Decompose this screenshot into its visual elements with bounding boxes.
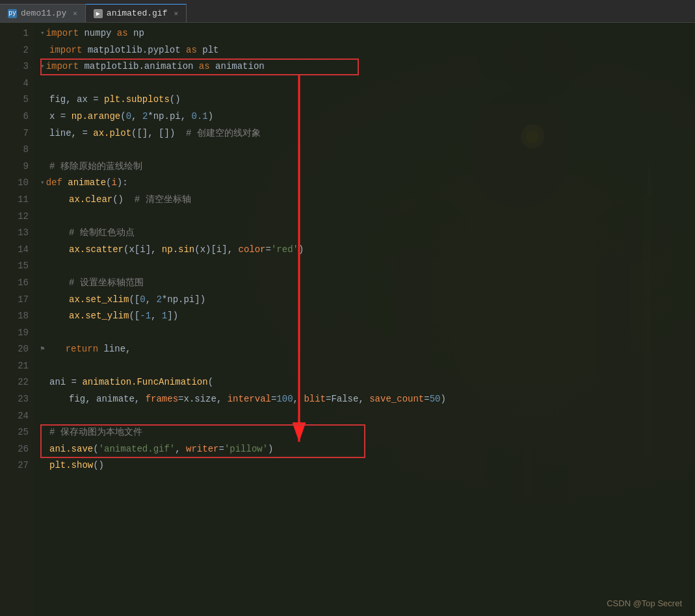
token-10: i bbox=[111, 175, 116, 192]
code-line-5: fig, ax = plt.subplots() bbox=[40, 92, 695, 109]
token-26: , bbox=[175, 441, 186, 458]
token-5: plt.subplots bbox=[104, 92, 170, 109]
watermark: CSDN @Top Secret bbox=[607, 598, 682, 608]
token-23: blit bbox=[304, 391, 326, 408]
token-10: ( bbox=[106, 175, 111, 192]
token-18: ]) bbox=[167, 308, 178, 325]
token-17: *np.pi bbox=[162, 292, 194, 309]
code-line-11: ax.clear() # 清空坐标轴 bbox=[40, 192, 695, 209]
token-26: 'pillow' bbox=[224, 441, 268, 458]
token-17: , bbox=[146, 292, 157, 309]
token-23: = bbox=[326, 391, 331, 408]
token-13: # 绘制红色动点 bbox=[69, 225, 135, 242]
tab-bar: py demo11.py ✕ ▶ animated.gif ✕ bbox=[0, 0, 695, 23]
token-3: import bbox=[46, 58, 85, 75]
token-11: ax.clear bbox=[69, 192, 112, 209]
token-26: ani.save bbox=[49, 441, 93, 458]
token-7: ([] bbox=[131, 125, 148, 142]
code-line-8 bbox=[40, 142, 695, 159]
token-10: ): bbox=[117, 175, 128, 192]
code-line-2: import matplotlib.pyplot as plt bbox=[40, 42, 695, 59]
token-23: , bbox=[216, 391, 228, 408]
line-numbers: 1234567891011121314151617181920212223242… bbox=[0, 23, 34, 616]
fold-icon-10[interactable]: ▾ bbox=[40, 175, 45, 192]
token-7: = bbox=[82, 125, 93, 142]
token-6: , bbox=[131, 109, 142, 125]
token-14: , bbox=[228, 242, 239, 259]
token-1: as bbox=[111, 25, 133, 42]
token-9: # 移除原始的蓝线绘制 bbox=[49, 159, 142, 175]
token-11: () bbox=[112, 192, 124, 209]
token-1: np bbox=[133, 25, 144, 42]
code-line-15 bbox=[40, 258, 695, 275]
code-line-21 bbox=[40, 358, 695, 375]
code-line-19 bbox=[40, 325, 695, 342]
code-line-3: ▾import matplotlib.animation as animatio… bbox=[40, 58, 695, 75]
token-22: ( bbox=[208, 374, 213, 391]
code-area: 1234567891011121314151617181920212223242… bbox=[0, 23, 695, 616]
token-23: 50 bbox=[430, 391, 441, 408]
token-16: # 设置坐标轴范围 bbox=[69, 275, 144, 292]
token-22: ani bbox=[49, 374, 72, 391]
token-27: plt.show bbox=[49, 457, 93, 474]
token-6: ) bbox=[208, 109, 213, 125]
token-6: 0.1 bbox=[192, 109, 208, 125]
editor-container: py demo11.py ✕ ▶ animated.gif ✕ 12345678… bbox=[0, 0, 695, 616]
token-23: = bbox=[424, 391, 429, 408]
token-1: import bbox=[46, 25, 85, 42]
token-11: # 清空坐标轴 bbox=[124, 192, 191, 209]
token-20: line, bbox=[103, 341, 131, 358]
token-3: animation bbox=[215, 58, 265, 75]
code-line-1: ▾import numpy as np bbox=[40, 25, 695, 42]
token-14: , bbox=[151, 242, 162, 259]
code-line-14: ax.scatter(x[i], np.sin(x)[i], color='re… bbox=[40, 242, 695, 259]
code-line-20: ⚑ return line, bbox=[40, 341, 695, 358]
token-6: np.arange bbox=[72, 109, 121, 125]
tab-animated-gif[interactable]: ▶ animated.gif ✕ bbox=[86, 4, 187, 22]
tab-icon-py: py bbox=[8, 9, 17, 18]
token-23: = bbox=[178, 391, 183, 408]
token-18: 1 bbox=[162, 308, 167, 325]
token-18: ax.set_ylim bbox=[69, 308, 129, 325]
code-line-26: ani.save('animated.gif', writer='pillow'… bbox=[40, 441, 695, 458]
token-7: []) bbox=[159, 125, 175, 142]
tab-close-demo11[interactable]: ✕ bbox=[73, 9, 77, 18]
token-14: ) bbox=[298, 242, 304, 259]
token-26: = bbox=[218, 441, 224, 458]
token-23: fig bbox=[69, 391, 85, 408]
token-17: ]) bbox=[194, 292, 205, 309]
token-2: plt bbox=[202, 42, 218, 59]
code-line-24 bbox=[40, 408, 695, 425]
token-7: ax.plot bbox=[93, 125, 131, 142]
token-23: False bbox=[331, 391, 358, 408]
token-23: animate bbox=[96, 391, 135, 408]
code-line-4 bbox=[40, 75, 695, 92]
token-26: ) bbox=[268, 441, 273, 458]
code-line-25: # 保存动图为本地文件 bbox=[40, 424, 695, 441]
token-20: return bbox=[66, 341, 104, 358]
fold-icon-1[interactable]: ▾ bbox=[40, 25, 45, 42]
token-23: save_count bbox=[369, 391, 424, 408]
tab-label-demo11: demo11.py bbox=[21, 8, 66, 18]
token-7: line, bbox=[49, 125, 82, 142]
token-23: , bbox=[135, 391, 146, 408]
fold-icon-3[interactable]: ▾ bbox=[40, 58, 45, 75]
token-6: 2 bbox=[142, 109, 148, 125]
token-23: , bbox=[85, 391, 96, 408]
token-23: , bbox=[293, 391, 304, 408]
token-2: as bbox=[181, 42, 203, 59]
code-line-13: # 绘制红色动点 bbox=[40, 225, 695, 242]
token-14: ( bbox=[124, 242, 129, 259]
token-6: x bbox=[49, 109, 60, 125]
tab-close-animated[interactable]: ✕ bbox=[174, 9, 178, 18]
token-14: ax.scatter bbox=[69, 242, 124, 259]
code-line-17: ax.set_xlim([0, 2*np.pi]) bbox=[40, 292, 695, 309]
token-5: () bbox=[170, 92, 181, 109]
tab-demo11[interactable]: py demo11.py ✕ bbox=[0, 4, 86, 22]
token-23: frames bbox=[146, 391, 178, 408]
token-23: ) bbox=[440, 391, 445, 408]
code-line-16: # 设置坐标轴范围 bbox=[40, 275, 695, 292]
token-23: 100 bbox=[276, 391, 293, 408]
code-line-22: ani = animation.FuncAnimation( bbox=[40, 374, 695, 391]
code-line-12 bbox=[40, 209, 695, 225]
